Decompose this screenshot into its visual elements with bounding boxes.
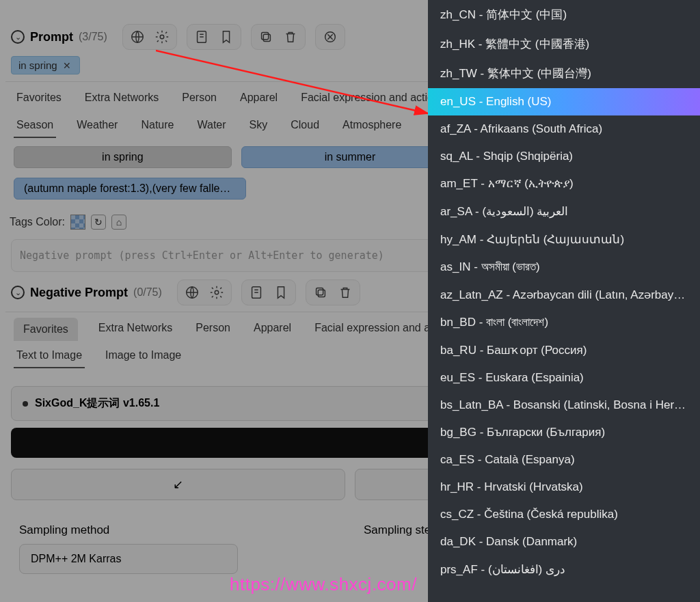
language-option[interactable]: da_DK - Dansk (Danmark) [428, 528, 700, 556]
tab-extra-networks[interactable]: Extra Networks [82, 87, 161, 111]
language-option[interactable]: prs_AF - (افغانستان) درى [428, 556, 700, 584]
color-swatch[interactable] [70, 215, 85, 230]
season-spring[interactable]: in spring [14, 146, 232, 168]
copy-icon[interactable] [313, 285, 328, 300]
language-option[interactable]: en_US - English (US) [428, 88, 700, 115]
subtab-season[interactable]: Season [14, 116, 56, 138]
language-option[interactable]: sq_AL - Shqip (Shqipëria) [428, 143, 700, 170]
language-option[interactable]: hr_HR - Hrvatski (Hrvatska) [428, 474, 700, 501]
svg-rect-3 [263, 34, 270, 41]
bookmark-icon[interactable] [219, 29, 234, 44]
season-summer[interactable]: in summer [241, 146, 459, 168]
language-option[interactable]: af_ZA - Afrikaans (South Africa) [428, 115, 700, 143]
language-option[interactable]: as_IN - অসমীয়া (ভারত) [428, 254, 700, 281]
svg-rect-9 [318, 290, 325, 297]
neg-icon-group-2 [241, 279, 296, 305]
tags-color-label: Tags Color: [10, 216, 65, 228]
language-option[interactable]: am_ET - አማርኛ (ኢትዮጵያ) [428, 170, 700, 197]
left-button[interactable]: ↙ [11, 469, 345, 500]
language-option[interactable]: bg_BG - Български (България) [428, 419, 700, 446]
language-option[interactable]: zh_HK - 繁體中文 (中國香港) [428, 29, 700, 59]
svg-point-1 [160, 35, 164, 39]
subtab-weather[interactable]: Weather [74, 116, 120, 138]
version-text: SixGod_K提示词 v1.65.1 [35, 396, 159, 411]
sampling-method-select[interactable]: DPM++ 2M Karras [19, 544, 238, 574]
trash-icon[interactable] [338, 285, 353, 300]
collapse-icon[interactable]: ⌄ [11, 286, 25, 299]
long-tag[interactable]: (autumn maple forest:1.3),(very few fall… [14, 178, 246, 200]
language-option[interactable]: bs_Latn_BA - Bosanski (Latinski, Bosna i… [428, 392, 700, 419]
tag-chip[interactable]: in spring ✕ [11, 56, 80, 74]
watermark-text: https://www.shxcj.com/ [230, 574, 417, 595]
svg-line-11 [156, 51, 428, 113]
gear-icon[interactable] [209, 285, 224, 300]
language-option[interactable]: zh_TW - 繁体中文 (中國台灣) [428, 59, 700, 88]
svg-rect-10 [316, 288, 323, 295]
trash-icon[interactable] [283, 29, 298, 44]
refresh-icon[interactable]: ↻ [91, 215, 106, 230]
tag-label: in spring [18, 59, 57, 71]
prompt-title: Prompt [30, 30, 73, 44]
bookmark-icon[interactable] [273, 285, 288, 300]
negative-count: (0/75) [133, 286, 162, 299]
openai-icon[interactable] [323, 29, 338, 44]
language-option[interactable]: bn_BD - বাংলা (বাংলাদেশ) [428, 309, 700, 336]
svg-rect-4 [261, 33, 268, 40]
language-option[interactable]: eu_ES - Euskara (Espainia) [428, 364, 700, 392]
svg-point-7 [215, 290, 219, 295]
language-option[interactable]: ar_SA - (السعودية) العربية [428, 197, 700, 225]
gear-icon[interactable] [154, 29, 170, 44]
neg-tab-extra[interactable]: Extra Networks [96, 318, 175, 341]
language-option[interactable]: ba_RU - Башҡорт (Россия) [428, 336, 700, 364]
language-option[interactable]: cs_CZ - Čeština (Česká republika) [428, 501, 700, 528]
prompt-count: (3/75) [79, 31, 107, 43]
tab-favorites[interactable]: Favorites [14, 87, 64, 111]
neg-tab-person[interactable]: Person [193, 318, 233, 341]
tag-close-icon[interactable]: ✕ [62, 60, 72, 71]
dot-icon [23, 401, 28, 407]
sampling-method-label: Sampling method [19, 523, 336, 537]
arrow-down-left-icon: ↙ [173, 477, 183, 492]
note-icon[interactable] [194, 29, 209, 44]
language-option[interactable]: ca_ES - Català (Espanya) [428, 446, 700, 474]
language-option[interactable]: hy_AM - Հայերեն (Հայաստան) [428, 225, 700, 254]
globe-icon[interactable] [185, 285, 200, 300]
globe-icon[interactable] [130, 29, 145, 44]
calendar-icon[interactable]: ⌂ [111, 215, 126, 230]
subtab-img2img[interactable]: Image to Image [103, 346, 184, 368]
language-option[interactable]: az_Latn_AZ - Azərbaycan dili (Latın, Azə… [428, 281, 700, 309]
annotation-arrow [156, 45, 435, 120]
copy-icon[interactable] [258, 29, 273, 44]
language-dropdown[interactable]: zh_CN - 简体中文 (中国)zh_HK - 繁體中文 (中國香港)zh_T… [428, 0, 700, 602]
collapse-icon[interactable]: ⌄ [11, 30, 25, 44]
neg-icon-group-3 [306, 279, 360, 305]
neg-tab-apparel[interactable]: Apparel [251, 318, 294, 341]
language-option[interactable]: zh_CN - 简体中文 (中国) [428, 0, 700, 29]
neg-tab-favorites[interactable]: Favorites [14, 318, 78, 341]
note-icon[interactable] [249, 285, 264, 300]
negative-title: Negative Prompt [30, 286, 128, 300]
subtab-txt2img[interactable]: Text to Image [14, 346, 85, 368]
neg-icon-group-1 [177, 279, 232, 305]
